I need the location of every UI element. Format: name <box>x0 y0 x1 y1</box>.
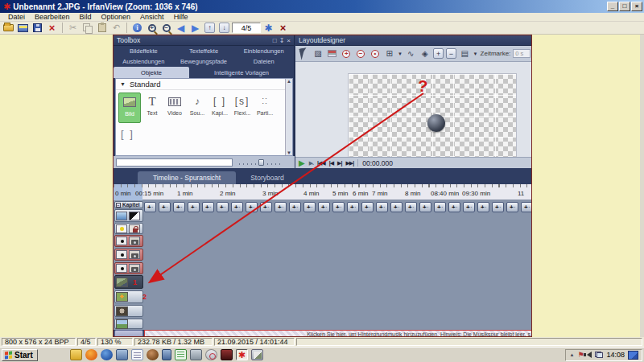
track-header-round <box>114 305 143 317</box>
select-cursor-icon <box>298 47 310 60</box>
toolbar-separator <box>62 23 63 33</box>
menu-hilfe[interactable]: Hilfe <box>169 13 193 21</box>
round-thumbnail <box>116 306 128 316</box>
toolbox-bottom-bar <box>114 156 295 168</box>
chapter-marker-box: +▪ <box>506 202 518 212</box>
maximize-button[interactable]: □ <box>619 2 630 11</box>
record-dot-icon <box>116 250 127 259</box>
toolbox-panel: Toolbox □ ↧ × Bildeffekte Texteffekte Ei… <box>114 35 295 168</box>
previous-image-button[interactable]: ◀ <box>174 22 188 34</box>
track-header-title <box>114 223 143 234</box>
save-button[interactable] <box>31 22 44 34</box>
drive-icon[interactable] <box>162 349 171 360</box>
play-range-icon: ▶. <box>309 160 313 167</box>
editor-icon[interactable] <box>251 349 263 360</box>
tab-objekte: Objekte <box>114 67 189 78</box>
annotation-number-1: 1 <box>133 278 137 286</box>
thunderbird-icon[interactable] <box>101 349 113 360</box>
chapter-marker-box: +▪ <box>260 202 272 212</box>
chapter-marker-box: +▪ <box>332 202 345 212</box>
thumbnails-button[interactable] <box>16 22 30 34</box>
text-icon: T <box>143 93 161 110</box>
track-header-landscape <box>114 319 143 329</box>
chapter-marker-box: +▪ <box>376 202 388 212</box>
spreadsheet-icon[interactable] <box>175 349 187 360</box>
start-button[interactable]: Start <box>2 349 38 361</box>
language-indicator[interactable] <box>628 351 638 360</box>
gimp-icon[interactable] <box>147 349 159 360</box>
ruler-ticks <box>114 184 532 187</box>
ruler-label: 4 min <box>303 190 320 197</box>
video-icon <box>168 97 181 106</box>
tab-bewegungspfade: Bewegungspfade <box>174 56 234 67</box>
menu-optionen[interactable]: Optionen <box>97 13 136 21</box>
object-partikel: ⁚⁚Parti... <box>254 93 276 123</box>
status-dimensions: 800 x 576 x 24 BPP <box>2 338 76 346</box>
status-zoom: 130 % <box>97 338 133 346</box>
zoom-in-icon: + <box>148 24 156 32</box>
chapter-marker-box: +▪ <box>390 202 402 212</box>
chapter-marker-box: +▪ <box>463 202 475 212</box>
paste-button[interactable] <box>95 22 109 34</box>
chapter-marker-box: +▪ <box>231 202 243 212</box>
menu-bild[interactable]: Bild <box>75 13 97 21</box>
printer-icon[interactable] <box>116 349 128 360</box>
mediaplayer-icon[interactable] <box>221 349 233 360</box>
layoutdesigner-title: Layoutdesigner <box>299 36 345 44</box>
camera-icon <box>129 250 140 259</box>
quick-launch-area: ✱ <box>70 349 263 360</box>
folder-icon[interactable] <box>70 349 82 360</box>
menu-ansicht[interactable]: Ansicht <box>135 13 169 21</box>
annotation-question-mark: ? <box>417 76 429 96</box>
document-icon[interactable] <box>131 349 143 360</box>
delete-button[interactable]: × <box>45 22 59 34</box>
devices-icon[interactable] <box>190 349 202 360</box>
track-header-flower <box>114 290 143 303</box>
zoom-out-button[interactable]: − <box>159 22 173 34</box>
ruler-label: 11 <box>518 190 524 197</box>
grid-dropdown-caret: ▼ <box>398 51 402 56</box>
network-icon[interactable] <box>595 352 603 358</box>
open-button[interactable] <box>2 22 15 34</box>
toolbox-pin-icon: ↧ <box>279 37 285 44</box>
undo-button[interactable]: ↶ <box>109 22 123 34</box>
minimize-button[interactable]: _ <box>607 2 618 11</box>
arrow-left-icon: ◀ <box>177 23 184 34</box>
exit-button[interactable]: × <box>276 22 290 34</box>
first-image-button[interactable]: ↑ <box>203 22 217 34</box>
status-empty <box>296 338 642 346</box>
chapter-marker-box: +▪ <box>246 202 258 212</box>
close-button[interactable]: × <box>631 2 642 11</box>
copy-button[interactable] <box>80 22 94 34</box>
info-button[interactable]: i <box>130 22 144 34</box>
displayed-image[interactable]: Toolbox □ ↧ × Bildeffekte Texteffekte Ei… <box>113 35 532 337</box>
search-icon[interactable] <box>205 349 217 360</box>
tray-clock[interactable]: 14:08 <box>606 351 625 359</box>
page-indicator-field[interactable] <box>232 23 261 33</box>
zeitmarke-label: Zeitmarke: <box>481 50 511 57</box>
titlebar: ✱ Unbenannt 2.JPG - IrfanView (Zoom: 103… <box>0 0 644 13</box>
ruler-label: 08:40 min <box>431 190 459 197</box>
tab-einblendungen: Einblendungen <box>233 46 294 56</box>
status-filesize: 232.78 KB / 1.32 MB <box>134 338 213 346</box>
exit-icon: × <box>280 22 287 34</box>
last-image-button[interactable]: ↓ <box>217 22 231 34</box>
tray-expand-icon[interactable]: ▲ <box>569 352 574 359</box>
volume-icon[interactable] <box>587 352 592 358</box>
bild-icon <box>123 97 136 107</box>
menu-bearbeiten[interactable]: Bearbeiten <box>30 13 75 21</box>
irfanview-icon[interactable]: ✱ <box>236 349 248 360</box>
cut-button[interactable]: ✂ <box>66 22 80 34</box>
menu-datei[interactable]: Datei <box>3 13 30 21</box>
toolbox-close-icon: × <box>287 37 291 44</box>
firefox-icon[interactable] <box>85 349 97 360</box>
properties-button[interactable]: ✱ <box>262 22 275 34</box>
zeitmarke-field: 0 s <box>513 49 530 58</box>
zoom-in-button[interactable]: + <box>145 22 159 34</box>
go-start-icon: |◀◀ <box>317 160 325 167</box>
music-track-hint: Klicken Sie hier, um Hintergrundmusik hi… <box>307 331 530 337</box>
delete-icon: × <box>49 22 56 34</box>
track-header-effect-2 <box>114 249 143 261</box>
security-flag-icon[interactable]: ⚑ <box>577 352 584 359</box>
next-image-button[interactable]: ▶ <box>188 22 202 34</box>
